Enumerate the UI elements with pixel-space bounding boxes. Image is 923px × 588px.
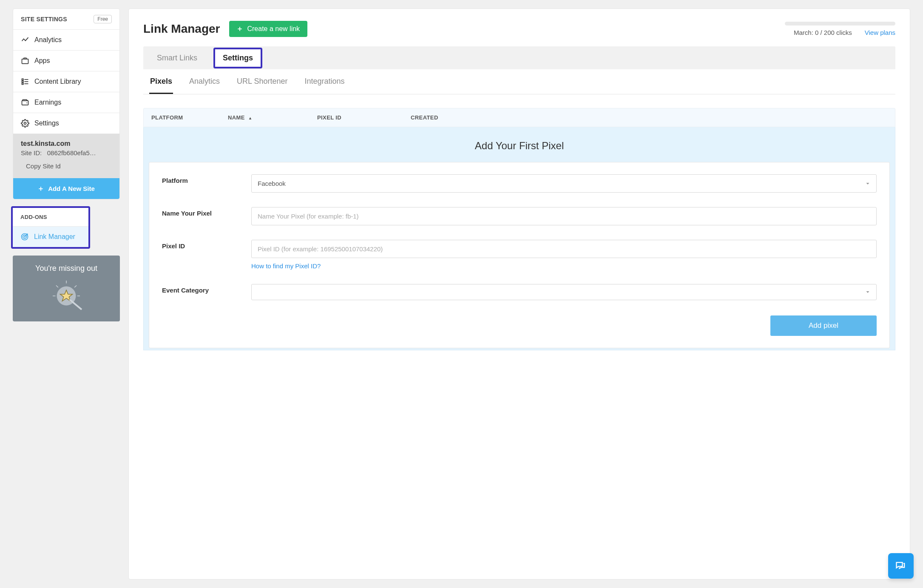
sidebar-section-title: SITE SETTINGS <box>21 16 67 23</box>
site-id-value: 0862fb680efa5… <box>47 149 96 156</box>
nav-earnings-label: Earnings <box>34 99 61 106</box>
svg-rect-0 <box>22 59 28 64</box>
subtab-pixels[interactable]: Pixels <box>149 77 173 94</box>
nav-content-library[interactable]: Content Library <box>13 71 119 92</box>
first-pixel-panel: Add Your First Pixel Platform Facebook N… <box>143 127 895 350</box>
th-name[interactable]: NAME ▴ <box>228 114 317 121</box>
th-created[interactable]: CREATED <box>411 114 887 121</box>
copy-site-id-button[interactable]: Copy Site Id <box>21 156 112 171</box>
chat-widget[interactable] <box>888 553 914 579</box>
nav-apps-label: Apps <box>34 57 50 65</box>
content-library-icon <box>21 77 29 86</box>
chat-icon <box>895 560 907 572</box>
event-category-select[interactable] <box>251 284 877 300</box>
tab-settings[interactable]: Settings <box>213 48 262 68</box>
sidebar-section-header: SITE SETTINGS Free <box>13 9 119 30</box>
sub-tabs: Pixels Analytics URL Shortener Integrati… <box>143 69 895 94</box>
svg-marker-24 <box>866 183 869 185</box>
create-link-label: Create a new link <box>247 25 300 33</box>
promo-title: You're missing out <box>21 264 111 273</box>
svg-line-21 <box>70 300 82 310</box>
nav-earnings[interactable]: Earnings <box>13 92 119 113</box>
tab-smart-links[interactable]: Smart Links <box>149 49 205 67</box>
nav-analytics-label: Analytics <box>34 36 62 44</box>
svg-point-7 <box>24 122 26 125</box>
add-new-site-button[interactable]: Add A New Site <box>13 178 119 199</box>
pixel-id-help-link[interactable]: How to find my Pixel ID? <box>251 262 321 270</box>
subtab-integrations[interactable]: Integrations <box>304 77 345 94</box>
gear-icon <box>21 119 29 128</box>
svg-rect-3 <box>22 83 23 84</box>
sort-asc-icon: ▴ <box>249 116 251 120</box>
svg-line-16 <box>56 285 58 287</box>
th-platform[interactable]: PLATFORM <box>151 114 228 121</box>
addons-card: ADD-ONS Link Manager <box>11 206 90 249</box>
site-block: test.kinsta.com Site ID: 0862fb680efa5… … <box>13 134 119 178</box>
nav-settings[interactable]: Settings <box>13 113 119 134</box>
svg-rect-1 <box>22 79 23 80</box>
nav-settings-label: Settings <box>34 119 59 127</box>
main-header: Link Manager Create a new link March: 0 … <box>143 21 895 37</box>
pixel-form: Platform Facebook Name Your Pixel <box>149 162 890 348</box>
add-new-site-label: Add A New Site <box>48 185 95 192</box>
nav-analytics[interactable]: Analytics <box>13 30 119 51</box>
plus-icon <box>237 26 243 32</box>
platform-select[interactable]: Facebook <box>251 174 877 193</box>
pixel-name-input[interactable] <box>251 207 877 225</box>
platform-label: Platform <box>162 174 243 184</box>
chevron-down-icon <box>865 290 870 295</box>
top-tabs: Smart Links Settings <box>143 46 895 69</box>
promo-card[interactable]: You're missing out <box>13 256 120 321</box>
promo-art <box>21 277 111 311</box>
sidebar-settings-card: SITE SETTINGS Free Analytics Apps Conten… <box>13 9 120 199</box>
platform-select-value: Facebook <box>258 180 286 187</box>
chevron-down-icon <box>865 181 870 186</box>
pixel-name-label: Name Your Pixel <box>162 207 243 217</box>
pixel-id-label: Pixel ID <box>162 240 243 250</box>
view-plans-link[interactable]: View plans <box>865 29 895 36</box>
svg-line-17 <box>74 285 77 287</box>
addon-link-manager[interactable]: Link Manager <box>13 227 88 247</box>
main-panel: Link Manager Create a new link March: 0 … <box>128 9 910 579</box>
svg-point-12 <box>24 236 25 237</box>
addon-link-manager-label: Link Manager <box>34 233 75 241</box>
subtab-analytics[interactable]: Analytics <box>188 77 221 94</box>
apps-icon <box>21 57 29 65</box>
nav-apps[interactable]: Apps <box>13 51 119 71</box>
pixels-table-header: PLATFORM NAME ▴ PIXEL ID CREATED <box>143 108 895 127</box>
analytics-icon <box>21 36 29 44</box>
header-usage: March: 0 / 200 clicks View plans <box>785 22 895 36</box>
site-id-row: Site ID: 0862fb680efa5… <box>21 149 112 156</box>
svg-rect-2 <box>22 81 23 82</box>
th-pixel-id[interactable]: PIXEL ID <box>317 114 411 121</box>
pixel-panel-heading: Add Your First Pixel <box>149 140 890 152</box>
svg-marker-25 <box>866 291 869 293</box>
plus-icon <box>38 186 44 192</box>
usage-progress <box>785 22 895 26</box>
pixel-id-input[interactable] <box>251 240 877 258</box>
add-pixel-button[interactable]: Add pixel <box>770 315 877 336</box>
create-link-button[interactable]: Create a new link <box>229 21 307 37</box>
plan-badge: Free <box>94 15 112 23</box>
target-icon <box>20 233 29 241</box>
earnings-icon <box>21 98 29 107</box>
site-domain: test.kinsta.com <box>21 140 112 148</box>
event-category-label: Event Category <box>162 284 243 294</box>
nav-content-library-label: Content Library <box>34 78 81 85</box>
site-id-label: Site ID: <box>21 149 42 156</box>
clicks-text: March: 0 / 200 clicks <box>794 29 852 36</box>
subtab-url-shortener[interactable]: URL Shortener <box>236 77 288 94</box>
page-title: Link Manager <box>143 22 220 36</box>
addons-header: ADD-ONS <box>13 208 88 227</box>
